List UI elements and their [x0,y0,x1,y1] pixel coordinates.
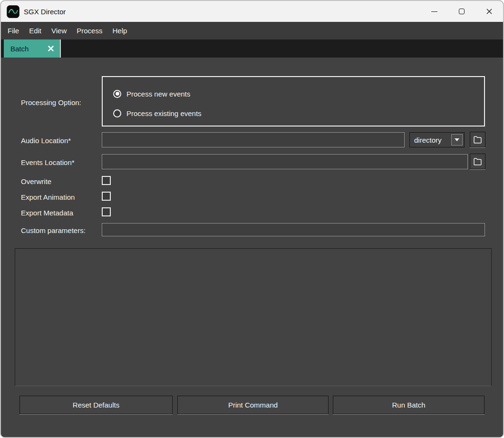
browse-events-button[interactable] [470,154,485,169]
radio-process-existing-events[interactable]: Process existing events [113,108,202,118]
batch-panel: Processing Option: Process new events Pr… [1,58,503,437]
custom-parameters-label: Custom parameters: [21,225,86,236]
processing-option-label: Processing Option: [21,97,81,108]
radio-label: Process new events [126,90,190,98]
run-batch-button[interactable]: Run Batch [333,396,485,414]
processing-option-group: Process new events Process existing even… [102,76,485,127]
export-metadata-checkbox[interactable] [102,207,111,216]
custom-parameters-input[interactable] [102,223,485,236]
export-animation-label: Export Animation [21,192,75,203]
tab-bar: Batch [1,39,503,58]
audio-location-input[interactable] [102,132,405,147]
radio-label: Process existing events [126,109,202,117]
radio-icon[interactable] [113,90,121,98]
radio-icon[interactable] [113,109,121,117]
menu-item-edit[interactable]: Edit [29,27,41,35]
close-icon [486,8,493,15]
tab-close-icon[interactable] [48,45,54,52]
window-title: SGX Director [24,8,66,16]
location-type-select[interactable]: directory [409,132,465,147]
overwrite-label: Overwrite [21,176,51,187]
print-command-button[interactable]: Print Command [177,396,329,414]
tab-label: Batch [10,45,40,53]
folder-icon [473,156,483,166]
menu-item-process[interactable]: Process [77,27,102,35]
browse-audio-button[interactable] [470,132,485,147]
maximize-icon [459,9,465,14]
audio-location-label: Audio Location* [21,136,71,146]
log-output[interactable] [15,248,492,386]
events-location-input[interactable] [102,154,468,169]
menu-item-help[interactable]: Help [112,27,127,35]
location-type-value: directory [410,136,451,144]
minimize-button[interactable] [420,1,448,22]
select-dropdown-button[interactable] [451,134,463,146]
window-controls [420,1,503,22]
events-location-label: Events Location* [21,157,75,168]
folder-icon [473,135,483,145]
minimize-icon [431,11,437,12]
reset-defaults-button[interactable]: Reset Defaults [19,396,173,414]
menu-item-file[interactable]: File [8,27,19,35]
export-metadata-label: Export Metadata [21,208,73,218]
maximize-button[interactable] [448,1,475,22]
app-logo-icon [7,5,19,18]
menu-item-view[interactable]: View [51,27,67,35]
overwrite-checkbox[interactable] [102,176,111,185]
menubar: File Edit View Process Help [1,22,503,39]
titlebar: SGX Director [1,1,503,22]
radio-process-new-events[interactable]: Process new events [113,88,190,99]
close-button[interactable] [475,1,503,22]
tab-batch[interactable]: Batch [4,39,60,58]
app-window: SGX Director File Edit View [0,0,504,438]
export-animation-checkbox[interactable] [102,192,111,201]
screen: SGX Director File Edit View [0,0,504,438]
tab-separator [60,39,61,58]
chevron-down-icon [455,138,459,141]
